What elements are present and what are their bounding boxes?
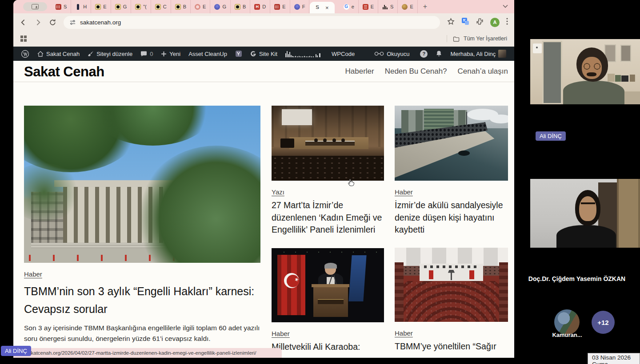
extensions-puzzle-icon[interactable] <box>476 18 484 27</box>
participant-video-ali <box>530 39 640 104</box>
translate-icon[interactable] <box>461 17 469 27</box>
browser-toolbar: sakatcenah.org A <box>13 13 514 31</box>
panel-category-link[interactable]: Yazı <box>272 188 284 196</box>
reload-button[interactable] <box>49 19 56 26</box>
apps-grid-icon[interactable] <box>20 36 27 42</box>
nav-item-haberler[interactable]: Haberler <box>345 67 374 76</box>
participant-avatar-kamuran[interactable] <box>554 309 580 335</box>
google-g-favicon-icon <box>344 4 349 10</box>
wp-stats-sparkline[interactable] <box>281 47 328 61</box>
pinned-tab[interactable]: G <box>210 0 231 13</box>
wp-greeting-item[interactable]: Merhaba, Ali Dinç <box>446 47 510 61</box>
wp-notifications-item[interactable] <box>432 47 446 61</box>
video-tile-cigdem-ozkan[interactable] <box>530 179 640 248</box>
date-tooltip: 03 Nisan 2026 Cuma <box>588 353 640 364</box>
pinned-tab[interactable]: S <box>378 0 398 13</box>
wp-logo-item[interactable] <box>17 47 33 61</box>
pinned-tab[interactable]: B <box>231 0 250 13</box>
pinned-tab-label: E <box>371 4 374 9</box>
quay-article-image[interactable] <box>395 106 508 181</box>
shared-browser-window: SHEG"(CBEGBDEF S × eESE + <box>13 0 514 358</box>
panel-article-title[interactable]: 27 Mart’ta İzmir’de düzenlenen ‘Kadın Em… <box>272 199 384 236</box>
screen: SHEG"(CBEGBDEF S × eESE + <box>0 0 640 364</box>
pinned-tab[interactable]: D <box>250 0 270 13</box>
pinned-tab[interactable]: e <box>340 0 359 13</box>
wp-search-item[interactable] <box>510 47 514 61</box>
pinned-tab-label: S <box>390 4 393 9</box>
pinned-tab[interactable]: C <box>151 0 171 13</box>
pinned-tabs: SHEG"(CBEGBDEF <box>52 0 309 13</box>
profile-avatar[interactable]: A <box>490 18 500 27</box>
assembly-article-image[interactable] <box>395 248 508 322</box>
wp-reader-item[interactable]: Okuyucu <box>370 47 413 61</box>
mp-article-title[interactable]: Milletvekili Ali Karaoba: <box>272 341 384 353</box>
close-tab-icon[interactable]: × <box>325 5 329 11</box>
pinned-tab[interactable]: E <box>191 0 210 13</box>
assembly-article-title[interactable]: TBMM’ye yöneltilen “Sağır <box>395 340 508 353</box>
assembly-category-link[interactable]: Haber <box>395 329 413 337</box>
nav-item-cenaha-ulasin[interactable]: Cenah’a ulaşın <box>458 67 508 76</box>
pinned-tab[interactable]: F <box>290 0 310 13</box>
wp-site-kit-item[interactable]: Site Kit <box>246 47 281 61</box>
pinned-tab[interactable]: B <box>171 0 191 13</box>
wp-wpcode-item[interactable]: WPCode <box>328 47 359 61</box>
screen-share-icon <box>32 4 39 9</box>
wp-help-item[interactable]: ? <box>416 47 432 61</box>
address-bar[interactable]: sakatcenah.org <box>64 16 440 29</box>
pinned-tab[interactable]: E <box>398 0 417 13</box>
tab-strip: SHEG"(CBEGBDEF S × eESE + <box>13 0 514 13</box>
pinned-tab[interactable]: S <box>52 0 71 13</box>
folder-icon <box>453 36 460 42</box>
wp-account-area: Merhaba, Ali Dinç <box>446 47 514 61</box>
more-participants-badge[interactable]: +12 <box>592 311 615 334</box>
wp-new-item[interactable]: Yeni <box>157 47 184 61</box>
featured-article-image[interactable] <box>24 106 260 263</box>
pinned-tab-label: F <box>302 4 305 9</box>
video-tile-ali-dinc[interactable] <box>530 39 640 104</box>
dot-badge-favicon-icon <box>175 4 181 10</box>
site-title[interactable]: Sakat Cenah <box>24 64 104 80</box>
wp-site-name-item[interactable]: Sakat Cenah <box>33 47 84 61</box>
nav-item-neden-bu-cenah[interactable]: Neden Bu Cenah? <box>385 67 447 76</box>
pinned-tab-label: G <box>123 4 127 9</box>
wp-edit-site-item[interactable]: Siteyi düzenle <box>84 47 136 61</box>
dot-badge-favicon-icon <box>155 4 161 10</box>
parliament-assembly-photo <box>395 248 508 322</box>
wp-asset-cleanup-item[interactable]: Asset CleanUp <box>184 47 231 61</box>
wp-comments-item[interactable]: 0 <box>136 47 157 61</box>
featured-article: Haber TBMM’nin son 3 aylık “Engelli Hakl… <box>24 106 260 344</box>
speech-podium-photo <box>272 248 384 322</box>
pinned-tab[interactable]: "( <box>131 0 151 13</box>
tab-search-chevron-icon[interactable] <box>503 3 508 9</box>
pinned-tab[interactable]: E <box>270 0 290 13</box>
pinned-tab-label: E <box>203 4 206 9</box>
mp-category-link[interactable]: Haber <box>272 330 290 337</box>
quay-article-title[interactable]: İzmir’de akülü sandalyesiyle denize düşe… <box>395 199 508 236</box>
site-settings-icon[interactable] <box>69 19 76 26</box>
gold-circle-favicon-icon <box>402 4 408 10</box>
active-tab[interactable]: S × <box>310 2 334 13</box>
screen-share-indicator[interactable] <box>23 2 47 11</box>
featured-title[interactable]: TBMM’nin son 3 aylık “Engelli Hakları” k… <box>24 282 260 318</box>
pinned-tab[interactable]: H <box>71 0 91 13</box>
all-bookmarks[interactable]: Tüm Yer İşaretleri <box>447 35 507 42</box>
pinned-tab-label: B <box>183 4 186 9</box>
conference-hall-photo <box>272 106 384 181</box>
pinned-tab-label: "( <box>143 4 147 9</box>
featured-category-link[interactable]: Haber <box>24 270 42 278</box>
quay-category-link[interactable]: Haber <box>395 188 413 196</box>
pinned-tab-label: E <box>282 4 285 9</box>
panel-article-image[interactable] <box>272 106 384 181</box>
pinned-tab[interactable]: E <box>91 0 111 13</box>
wp-yoast-item[interactable] <box>231 47 246 61</box>
pinned-tab[interactable]: G <box>111 0 132 13</box>
bookmark-star-icon[interactable] <box>447 18 455 27</box>
forward-button[interactable] <box>34 19 42 26</box>
menu-kebab-icon[interactable] <box>506 18 508 27</box>
divider <box>447 35 447 42</box>
new-tab-button[interactable]: + <box>418 3 432 10</box>
back-button[interactable] <box>20 19 27 26</box>
participant-video-cigdem <box>530 179 640 248</box>
pinned-tab[interactable]: E <box>359 0 378 13</box>
podium-article-image[interactable] <box>272 248 384 322</box>
